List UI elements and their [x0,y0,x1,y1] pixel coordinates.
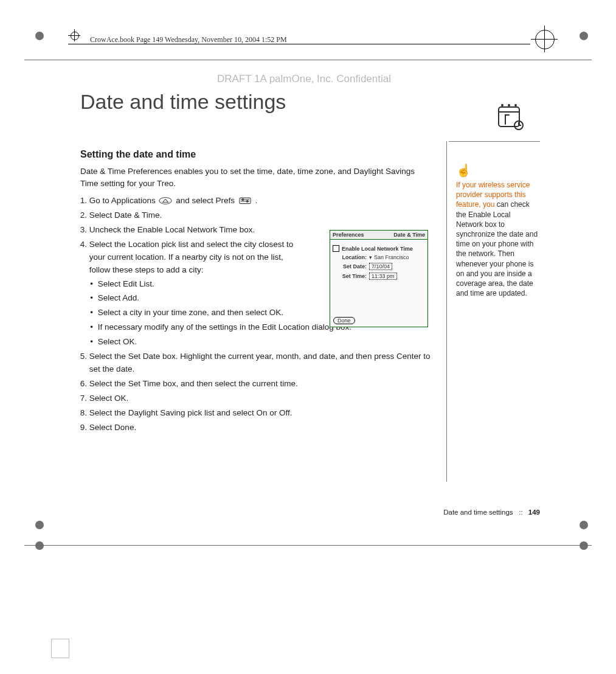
crop-dot-icon [35,541,44,550]
location-value: San Francisco [374,254,409,260]
footer-section: Date and time settings [443,509,513,516]
bottom-rule [24,545,592,546]
svg-point-1 [502,105,503,106]
svg-point-3 [515,105,516,106]
top-rule [24,60,592,60]
watermark-text: DRAFT 1A palmOne, Inc. Confidential [158,73,450,85]
svg-rect-9 [240,198,251,204]
step-5: Select the Set Date box. Highlight the c… [89,350,433,376]
page-title: Date and time settings [80,90,286,114]
tip-rest: can check the Enable Local Network box t… [456,200,538,297]
sidebar-rule-v [446,141,447,482]
calendar-clock-icon [497,103,525,130]
step-8: Select the Daylight Saving pick list and… [89,407,433,420]
tip-hand-icon: ☝ [456,163,471,178]
section-heading: Setting the date and time [80,149,196,160]
header-file-info: CrowAce.book Page 149 Wednesday, Novembe… [90,35,287,44]
step-6: Select the Set Time box, and then select… [89,378,433,391]
set-date-label: Set Date: [333,263,367,269]
set-time-label: Set Time: [333,273,367,279]
svg-point-8 [159,198,171,204]
step-1: Go to Applications and select Prefs [89,195,433,207]
screenshot-title-right: Date & Time [393,232,425,238]
footer-separator: :: [519,509,522,516]
prefs-icon [238,196,252,205]
crop-dot-icon [35,521,44,529]
step-4-sub: Select OK. [99,336,433,349]
screenshot-title-left: Preferences [333,232,364,238]
footer-page-number: 149 [528,509,540,516]
svg-rect-0 [499,107,519,127]
svg-point-2 [508,105,510,106]
set-date-value: 7/10/04 [369,263,392,270]
step-text: Select the Location pick list and select… [89,238,302,277]
intro-paragraph: Date & Time Preferences enables you to s… [80,165,433,189]
sidebar-rule-h [449,141,540,142]
page-footer: Date and time settings :: 149 [443,509,540,516]
registration-mark-icon [533,28,555,50]
done-button: Done [333,317,355,324]
applications-icon [159,196,172,205]
step-text: Go to Applications [89,196,158,205]
crop-dot-icon [580,521,588,529]
set-time-value: 11:33 pm [369,273,397,280]
location-label: Location: [333,254,367,260]
step-7: Select OK. [89,392,433,405]
tip-text: If your wireless service provider suppor… [456,180,538,298]
step-text: and select Prefs [176,196,237,205]
crop-dot-icon [35,32,44,40]
crop-dot-icon [580,32,588,40]
device-screenshot: Preferences Date & Time Enable Local Net… [330,230,428,327]
svg-point-13 [246,201,248,203]
step-9: Select Done. [89,422,433,434]
step-2: Select Date & Time. [89,209,433,222]
svg-point-12 [242,199,244,201]
checkbox-icon [333,245,339,252]
corner-box [51,639,69,658]
checkbox-label: Enable Local Network Time [342,246,413,252]
step-text: . [255,196,258,205]
dropdown-arrow-icon: ▾ [369,254,372,260]
crop-dot-icon [580,541,588,550]
